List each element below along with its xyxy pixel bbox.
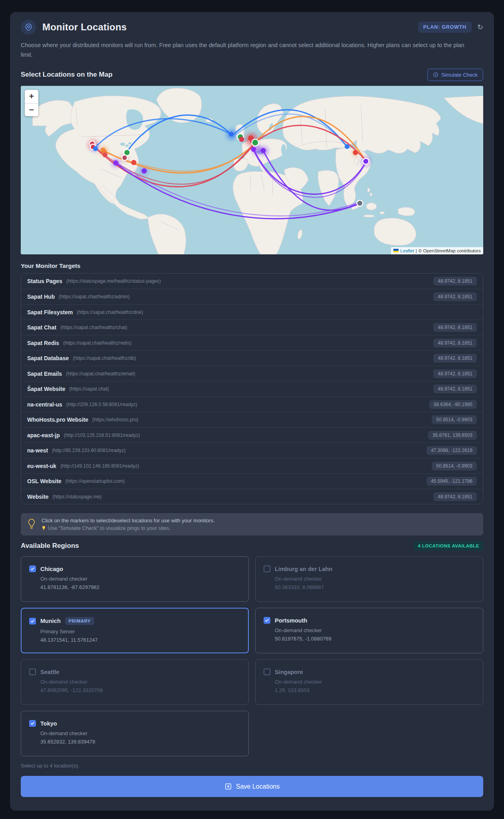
coords-badge: 48.9742, 8.1851 — [433, 277, 477, 286]
map-attribution: Leaflet | © OpenStreetMap contributors — [391, 247, 483, 254]
refresh-icon[interactable]: ↻ — [477, 24, 483, 31]
map-section-title: Select Locations on the Map — [21, 71, 113, 79]
coords-badge: 47.3066, -122.2619 — [427, 446, 477, 455]
region-checkbox[interactable] — [29, 618, 36, 625]
target-row: Sapat Database(https://sapat.chat/health… — [21, 350, 483, 366]
coords-badge: 48.9742, 8.1851 — [433, 323, 477, 332]
marker-china-blue[interactable] — [345, 144, 349, 149]
targets-heading: Your Monitor Targets — [21, 262, 483, 269]
tip-box: Click on the markers to select/deselect … — [21, 513, 483, 535]
target-row: Sapat Emails(https://sapat.chat/healthz/… — [21, 366, 483, 381]
marker-us-southeast-red[interactable] — [131, 160, 137, 165]
tip-line-2: Use "Simulate Check" to visualize pings … — [42, 525, 215, 531]
page-title: Monitor Locations — [42, 22, 127, 33]
leaflet-link[interactable]: Leaflet — [400, 248, 414, 253]
marker-us-purple[interactable] — [113, 160, 119, 165]
marker-singapore-gray[interactable] — [357, 200, 363, 206]
regions-heading: Available Regions — [21, 542, 79, 550]
tip-line-1: Click on the markers to select/deselect … — [42, 518, 215, 524]
world-map[interactable]: + − Leaflet | © OpenStreetMap contributo… — [21, 86, 483, 254]
marker-seattle-blue[interactable] — [93, 146, 98, 151]
location-pin-icon — [21, 20, 36, 35]
ukraine-flag-icon — [393, 249, 399, 252]
marker-uk-red[interactable] — [239, 137, 244, 142]
coords-badge: 35.6761, 139.6503 — [428, 431, 477, 440]
region-card-tokyo[interactable]: Tokyo On-demand checker 35.652832, 139.8… — [21, 711, 249, 756]
target-row: Sapat Chat(https://sapat.chat/healthz/ch… — [21, 319, 483, 335]
coords-badge: 48.9742, 8.1851 — [433, 292, 477, 301]
target-row: Sapat Filesystem(https://sapat.chat/heal… — [21, 304, 483, 320]
play-circle-icon — [433, 72, 439, 77]
osm-attribution: © OpenStreetMap contributors — [419, 248, 481, 253]
marker-eu-purple-1[interactable] — [251, 147, 256, 152]
selection-limit-note: Select up to 4 location(s). — [21, 763, 483, 769]
coords-badge: 48.9742, 8.1851 — [433, 369, 477, 378]
coords-badge: 48.9742, 8.1851 — [433, 339, 477, 347]
coords-badge: 50.8514, -0.9903 — [432, 415, 477, 424]
plan-badge: PLAN: GROWTH — [418, 22, 472, 33]
coords-badge: 38.6364, -90.1985 — [429, 400, 477, 409]
target-row: Sapat Hub(https://sapat.chat/healthz/adm… — [21, 289, 483, 304]
region-card-singapore[interactable]: Singapore On-demand checker 1.29, 103.85… — [255, 659, 483, 705]
zoom-in-button[interactable]: + — [25, 90, 38, 103]
marker-munich-green[interactable] — [252, 139, 259, 146]
regions-grid: Chicago On-demand checker 41.8781136, -8… — [21, 556, 483, 756]
targets-list: Status Pages(https://statuspage.me/healt… — [21, 273, 483, 505]
coords-badge: 45.5945, -121.1786 — [427, 477, 477, 486]
locations-available-badge: 4 LOCATIONS AVAILABLE — [414, 541, 483, 551]
coords-badge: 48.9742, 8.1851 — [433, 492, 477, 501]
coords-badge: 48.9742, 8.1851 — [433, 354, 477, 363]
marker-stlouis-darkred[interactable] — [122, 155, 127, 161]
save-icon — [224, 783, 232, 790]
page-description: Choose where your distributed monitors w… — [21, 41, 476, 60]
region-card-limburg[interactable]: Limburg an der Lahn On-demand checker 50… — [255, 556, 483, 602]
region-checkbox[interactable] — [264, 565, 270, 572]
target-row: na-central-us(http://209.126.0.56:8081/r… — [21, 397, 483, 412]
marker-us-red[interactable] — [103, 153, 107, 157]
save-locations-button[interactable]: Save Locations — [21, 776, 483, 797]
marker-korea-red[interactable] — [353, 150, 358, 155]
bulb-emoji-icon — [42, 526, 46, 531]
region-card-portsmouth[interactable]: Portsmouth On-demand checker 50.8197675,… — [255, 608, 483, 653]
region-card-munich[interactable]: Munich PRIMARY Primary Server 48.1371541… — [21, 608, 249, 653]
marker-uk-blue[interactable] — [229, 132, 234, 137]
region-checkbox[interactable] — [264, 668, 270, 675]
primary-badge: PRIMARY — [65, 617, 94, 625]
header: Monitor Locations PLAN: GROWTH ↻ — [21, 18, 483, 36]
region-card-seattle[interactable]: Seattle On-demand checker 47.6062095, -1… — [21, 659, 249, 705]
region-checkbox[interactable] — [29, 565, 36, 572]
region-card-chicago[interactable]: Chicago On-demand checker 41.8781136, -8… — [21, 556, 249, 602]
monitor-locations-panel: Monitor Locations PLAN: GROWTH ↻ Choose … — [10, 12, 494, 811]
simulate-check-button[interactable]: Simulate Check — [427, 69, 483, 81]
target-row: Website(https://statuspage.me)48.9742, 8… — [21, 489, 483, 504]
map-zoom-control: + − — [25, 90, 38, 116]
marker-eu-purple-2[interactable] — [261, 148, 266, 153]
target-row: Šapat Website(https://sapat.chat)48.9742… — [21, 381, 483, 397]
target-row: apac-east-jp(http://103.125.216.51:8081/… — [21, 427, 483, 443]
zoom-out-button[interactable]: − — [25, 103, 38, 116]
target-row: na-west(http://85.239.233.60:8081/readyz… — [21, 442, 483, 458]
region-checkbox[interactable] — [29, 668, 36, 675]
marker-tokyo-purple[interactable] — [363, 158, 369, 164]
region-checkbox[interactable] — [29, 720, 36, 727]
map-canvas — [21, 86, 483, 254]
region-checkbox[interactable] — [264, 617, 270, 624]
target-row: eu-west-uk(http://149.102.146.185:8081/r… — [21, 458, 483, 474]
target-row: WhoHosts.pro Website(https://whohosts.pr… — [21, 412, 483, 427]
target-row: OSL Website(https://openstartuplist.com)… — [21, 473, 483, 489]
target-row: Status Pages(https://statuspage.me/healt… — [21, 274, 483, 289]
coords-badge: 50.8514, -0.9903 — [432, 462, 477, 470]
coords-badge: 48.9742, 8.1851 — [433, 385, 477, 393]
lightbulb-icon — [27, 518, 36, 530]
marker-gulf-purple[interactable] — [142, 168, 147, 173]
target-row: Sapat Redis(https://sapat.chat/healthz/r… — [21, 335, 483, 351]
